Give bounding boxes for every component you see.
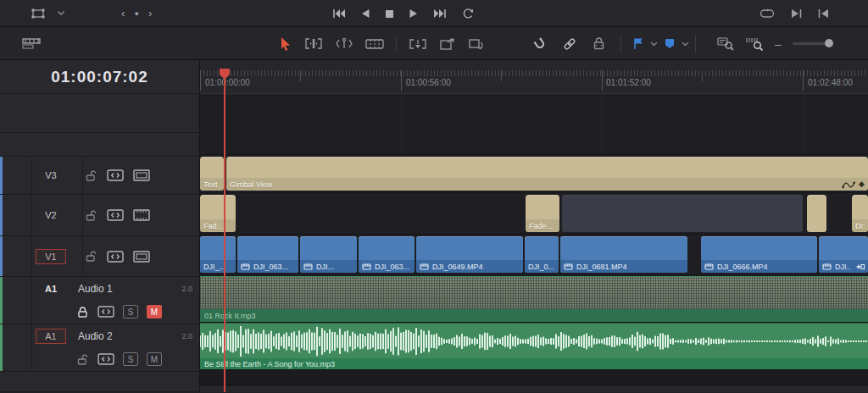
lock-track-button[interactable] [85,250,97,263]
marker-color-dropdown-button[interactable] [682,42,689,47]
mute-button[interactable]: M [147,305,162,318]
solo-button[interactable]: S [123,305,138,318]
audio-clip-label-strip: Be Still the Earth - A Song for You.mp3 [200,358,868,370]
keyframe-icon[interactable]: ◆ [859,180,865,188]
track-lane-v3[interactable]: TextGimbal View◆ [200,154,868,192]
destination-button-a1[interactable]: A1 [36,282,66,296]
track-lane-a2[interactable]: Be Still the Earth - A Song for You.mp3 [200,322,868,369]
razor-edit-mode-button[interactable] [365,38,384,50]
timeline-clip[interactable]: DJI_0649.MP4 [416,236,523,273]
timeline-clip[interactable] [807,195,826,232]
media-clip-icon [303,263,313,270]
zoom-slider-handle[interactable] [825,39,833,47]
play-forward-button[interactable] [409,8,419,19]
track-name[interactable]: Audio 2 [78,330,113,342]
timeline-clip[interactable]: DJI_... [200,236,236,273]
overwrite-clip-button[interactable] [439,37,456,51]
audio-clip-a1[interactable] [200,276,868,309]
destination-button-v2[interactable]: V2 [36,208,66,222]
back-to-start-icon [818,8,829,19]
clip-label-strip: Dr... [852,219,868,232]
track-lane-v2[interactable]: Fad...Fade...Dr... [200,192,868,234]
snapping-button[interactable] [532,36,548,52]
enable-track-button[interactable] [133,251,150,263]
auto-select-button[interactable] [97,353,114,365]
timeline-clip[interactable]: DJI... [300,236,357,273]
clip-label-strip: DJI_063... [359,260,415,273]
lock-track-button[interactable] [76,306,89,318]
timeline-clip[interactable]: DJI_0666.MP4 [701,236,817,273]
destination-button-v3[interactable]: V3 [36,169,66,182]
timeline-ruler[interactable]: 01:00:00:0001:00:56:0001:01:52:0001:02:4… [200,60,868,94]
zoom-slider[interactable] [793,42,832,45]
selection-mode-dropdown-button[interactable] [57,10,65,16]
destination-button-v1[interactable]: V1 [36,249,66,264]
marker-button[interactable] [664,37,676,50]
timeline-clip[interactable]: DJI_063... [237,236,298,273]
position-lock-button[interactable] [592,36,606,51]
next-timeline-button[interactable]: › [148,7,152,19]
trim-edit-mode-button[interactable] [304,37,323,50]
replace-clip-button[interactable] [468,37,485,51]
loop-playback-button[interactable] [461,8,475,19]
audio-clip-a2[interactable] [200,323,868,358]
full-extent-zoom-button[interactable] [717,36,734,51]
auto-select-button[interactable] [107,209,124,221]
enable-track-button[interactable] [133,169,150,181]
clip-label: Fade... [529,222,553,230]
destination-button-a2[interactable]: A1 [36,329,66,344]
lock-track-button[interactable] [76,353,89,366]
zoom-out-button[interactable]: – [775,38,782,50]
track-lane-a1[interactable]: 01 Rock It.mp3 [200,274,868,322]
lock-track-button[interactable] [85,169,97,182]
auto-select-button[interactable] [97,306,114,318]
auto-select-button[interactable] [107,169,124,181]
timeline-clip[interactable]: Fad... [200,195,236,232]
playhead[interactable] [224,70,225,392]
loop-range-button[interactable] [760,8,775,19]
loop-range-icon [760,8,775,19]
timeline-clip[interactable]: Text [200,157,224,191]
go-to-last-frame-button[interactable] [433,8,447,19]
timeline-clip[interactable]: Fade... [526,195,559,232]
timeline-clip[interactable]: Gimbal View◆ [226,157,868,191]
flag-button[interactable] [632,37,644,50]
mute-button[interactable]: M [147,352,162,366]
linked-selection-button[interactable] [562,36,577,52]
full-extent-zoom-icon [717,36,734,51]
lock-track-button[interactable] [85,209,97,222]
selection-mode-button[interactable] [278,36,292,52]
media-clip-icon [564,263,573,270]
flag-color-dropdown-button[interactable] [650,42,658,47]
timeline-area[interactable]: 01:00:00:0001:00:56:0001:01:52:0001:02:4… [200,60,868,392]
timeline-clip[interactable] [562,195,803,232]
video-track-stripe [0,236,3,276]
play-reverse-button[interactable] [360,8,370,19]
track-header-v3: V3 [0,157,199,195]
detail-zoom-button[interactable] [745,36,764,51]
dynamic-trim-mode-button[interactable] [335,37,353,50]
enable-track-button[interactable] [133,209,150,221]
track-lane-v1[interactable]: DJI_...DJI_063...DJI...DJI_063...DJI_064… [200,234,868,274]
curve-editor-icon[interactable] [842,180,855,189]
timeline-clip[interactable]: Dr... [852,195,868,232]
media-clip-icon [420,263,429,270]
timeline-clip[interactable]: DJI... [819,236,868,273]
play-reverse-icon [360,8,370,19]
track-name[interactable]: Audio 1 [78,283,113,295]
timeline-empty-area[interactable] [200,95,868,154]
auto-select-button[interactable] [107,251,124,263]
go-to-first-frame-button[interactable] [332,8,346,19]
timeline-clip[interactable]: DJI_0... [525,236,559,273]
previous-timeline-button[interactable]: ‹ [121,7,125,19]
trim-edit-icon [304,37,323,50]
selection-box-button[interactable] [31,8,46,19]
jump-to-first-edit-button[interactable] [818,8,829,19]
insert-clip-button[interactable] [409,37,427,51]
timeline-clip[interactable]: DJI_0681.MP4 [560,236,687,273]
solo-button[interactable]: S [123,352,138,366]
timeline-view-options-button[interactable] [22,37,41,51]
jump-to-last-edit-button[interactable] [791,8,802,19]
timeline-clip[interactable]: DJI_063... [359,236,415,273]
stop-button[interactable] [385,9,394,19]
